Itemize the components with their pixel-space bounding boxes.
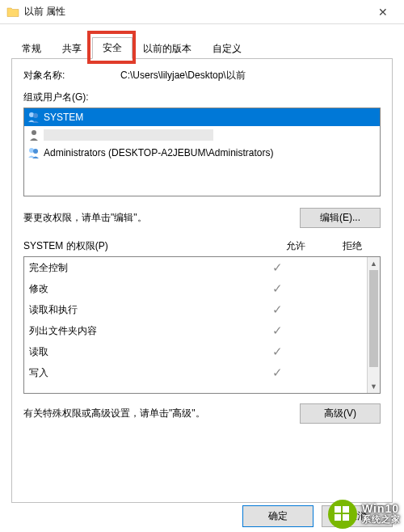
tab-previous-versions[interactable]: 以前的版本	[133, 38, 202, 59]
perm-row: 完全控制✓	[24, 257, 367, 278]
redacted-label	[44, 129, 213, 141]
window-title: 以前 属性	[24, 5, 367, 19]
ok-button[interactable]: 确定	[242, 505, 314, 527]
group-item-label: Administrators (DESKTOP-A2JEBUM\Administ…	[44, 147, 274, 158]
tab-bar: 常规 共享 安全 以前的版本 自定义	[11, 36, 393, 58]
advanced-hint-text: 有关特殊权限或高级设置，请单击"高级"。	[23, 407, 292, 420]
perm-allow-check: ✓	[249, 323, 305, 338]
perm-row: 读取和执行✓	[24, 299, 367, 320]
svg-point-1	[33, 113, 38, 118]
groups-list[interactable]: SYSTEM Administrators (DESKTOP-A2JEBU	[23, 108, 381, 196]
edit-button[interactable]: 编辑(E)...	[300, 208, 381, 228]
perm-allow-check: ✓	[249, 260, 305, 275]
users-icon	[27, 111, 40, 124]
perm-allow-check: ✓	[249, 365, 305, 380]
svg-point-3	[29, 148, 34, 153]
perm-col-allow: 允许	[267, 239, 324, 253]
groups-label: 组或用户名(G):	[23, 91, 381, 104]
tab-general[interactable]: 常规	[11, 38, 52, 59]
tab-content: 对象名称: C:\Users\lilyjae\Desktop\以前 组或用户名(…	[11, 58, 393, 503]
svg-point-4	[33, 149, 38, 154]
perm-name: 列出文件夹内容	[29, 324, 249, 338]
object-name-label: 对象名称:	[23, 69, 88, 82]
user-icon	[27, 129, 40, 141]
users-icon	[27, 146, 40, 159]
perm-row: 列出文件夹内容✓	[24, 320, 367, 341]
perm-name: 读取和执行	[29, 303, 249, 317]
object-name-value: C:\Users\lilyjae\Desktop\以前	[120, 69, 246, 82]
svg-point-0	[29, 112, 34, 117]
perm-allow-check: ✓	[249, 302, 305, 317]
group-item-system[interactable]: SYSTEM	[24, 108, 380, 126]
tab-sharing[interactable]: 共享	[52, 38, 92, 59]
perm-name: 完全控制	[29, 261, 249, 275]
perm-header-label: SYSTEM 的权限(P)	[23, 239, 267, 253]
scroll-down-icon[interactable]: ▼	[368, 380, 380, 393]
perm-scrollbar[interactable]: ▲ ▼	[367, 257, 380, 393]
svg-point-2	[32, 130, 36, 135]
perm-row: 写入✓	[24, 362, 367, 383]
scroll-thumb[interactable]	[369, 270, 378, 367]
scroll-up-icon[interactable]: ▲	[368, 257, 380, 270]
perm-name: 读取	[29, 345, 249, 359]
group-item-administrators[interactable]: Administrators (DESKTOP-A2JEBUM\Administ…	[24, 144, 380, 162]
perm-name: 写入	[29, 366, 249, 380]
tab-security[interactable]: 安全	[92, 37, 133, 59]
perm-name: 修改	[29, 282, 249, 296]
group-item-redacted[interactable]	[24, 126, 380, 144]
perm-row: 修改✓	[24, 278, 367, 299]
perm-col-deny: 拒绝	[324, 239, 381, 253]
group-item-label: SYSTEM	[44, 112, 83, 123]
perm-allow-check: ✓	[249, 281, 305, 296]
perm-allow-check: ✓	[249, 344, 305, 359]
folder-icon	[6, 6, 19, 19]
perm-table: 完全控制✓修改✓读取和执行✓列出文件夹内容✓读取✓写入✓ ▲ ▼	[23, 256, 381, 394]
cancel-button[interactable]: 取消	[322, 505, 393, 527]
tab-customize[interactable]: 自定义	[202, 38, 252, 59]
advanced-button[interactable]: 高级(V)	[300, 403, 381, 424]
edit-hint-text: 要更改权限，请单击"编辑"。	[23, 211, 292, 225]
close-button[interactable]: ✕	[367, 0, 399, 24]
perm-row: 读取✓	[24, 341, 367, 362]
